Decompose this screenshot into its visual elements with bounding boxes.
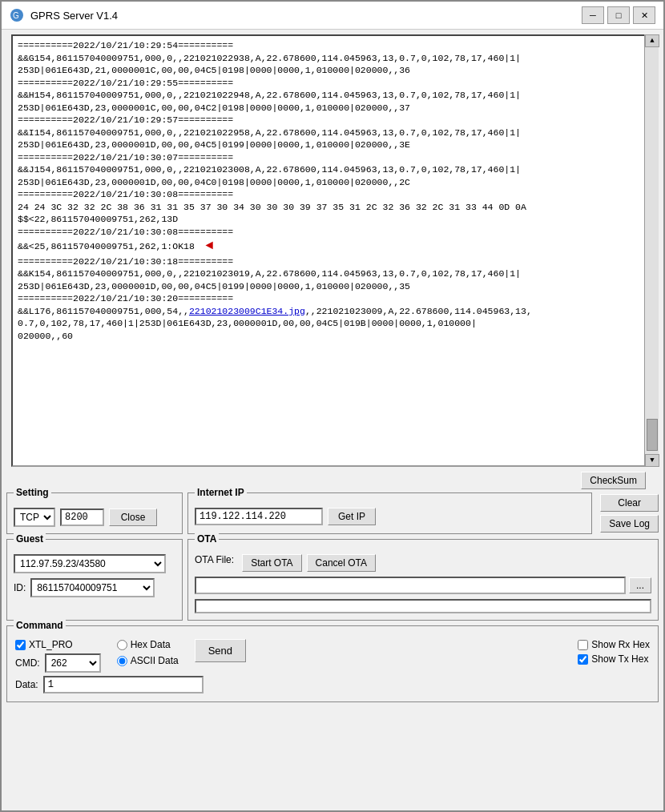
guest-label: Guest [14, 533, 46, 545]
cancel-ota-button[interactable]: Cancel OTA [307, 554, 376, 572]
log-line: ==========2022/10/21/10:29:55========== [18, 77, 647, 90]
ascii-data-row: ASCII Data [117, 655, 179, 666]
log-line: ==========2022/10/21/10:30:07========== [18, 151, 647, 164]
log-line: &&K154,861157040009751,000,0,,2210210230… [18, 267, 647, 280]
cmd-mid: Hex Data ASCII Data [117, 639, 179, 666]
id-label: ID: [14, 582, 26, 593]
guest-select[interactable]: 112.97.59.23/43580 [14, 554, 166, 573]
show-tx-hex-row: Show Tx Hex [578, 653, 650, 665]
command-inner: XTL_PRO CMD: 262 Hex Data ASCII Data [15, 639, 650, 673]
internet-label: Internet IP [195, 487, 247, 498]
ota-progress-bar [195, 599, 651, 613]
ota-panel: OTA OTA File: Start OTA Cancel OTA ... [187, 539, 659, 621]
internet-inner: Get IP [195, 508, 585, 525]
app-icon: G [10, 8, 24, 22]
data-input[interactable] [43, 676, 204, 693]
send-area: Send [195, 639, 246, 662]
scroll-down-arrow[interactable]: ▼ [645, 454, 659, 467]
ascii-data-label: ASCII Data [131, 655, 179, 666]
data-label: Data: [15, 679, 38, 690]
ota-file-input[interactable] [195, 577, 626, 594]
setting-panel: Setting TCP Close [6, 492, 183, 534]
id-select[interactable]: 861157040009751 [30, 578, 155, 597]
start-ota-button[interactable]: Start OTA [242, 554, 301, 572]
command-label: Command [14, 620, 66, 631]
window-title: GPRS Server V1.4 [30, 10, 118, 22]
log-line: &&G154,861157040009751,000,0,,2210210229… [18, 52, 647, 65]
log-line: 253D|061E643D,23,0000001C,00,00,04C2|019… [18, 102, 647, 115]
main-window: G GPRS Server V1.4 ─ □ ✕ ==========2022/… [0, 0, 665, 812]
hex-data-radio[interactable] [117, 640, 127, 650]
browse-button[interactable]: ... [629, 577, 651, 593]
log-line: $$<22,861157040009751,262,13D [18, 213, 647, 226]
log-line: ==========2022/10/21/10:29:57========== [18, 114, 647, 127]
checksum-row: CheckSum [2, 472, 663, 489]
data-row: Data: [15, 676, 650, 693]
show-tx-hex-checkbox[interactable] [578, 654, 588, 665]
log-line: 24 24 3C 32 32 2C 38 36 31 31 35 37 30 3… [18, 201, 647, 214]
show-rx-hex-checkbox[interactable] [578, 640, 588, 650]
show-tx-hex-label: Show Tx Hex [591, 653, 648, 665]
get-ip-button[interactable]: Get IP [328, 508, 376, 525]
title-bar-left: G GPRS Server V1.4 [10, 8, 118, 22]
port-input[interactable] [60, 509, 104, 526]
xtl-pro-checkbox[interactable] [15, 640, 26, 650]
log-line: ==========2022/10/21/10:30:20========== [18, 292, 647, 305]
cmd-label: CMD: [15, 657, 40, 669]
ota-file-row: ... [195, 577, 651, 594]
log-line: &&J154,861157040009751,000,0,,2210210230… [18, 163, 647, 176]
save-log-button[interactable]: Save Log [600, 515, 659, 533]
minimize-button[interactable]: ─ [582, 6, 604, 24]
cmd-select[interactable]: 262 [45, 653, 101, 673]
log-link: 221021023009C1E34.jpg [189, 306, 305, 316]
internet-panel: Internet IP Get IP [187, 492, 592, 534]
log-line: 253D|061E643D,23,0000001D,00,00,04C5|019… [18, 139, 647, 151]
log-line: &&H154,861157040009751,000,0,,2210210229… [18, 89, 647, 102]
guest-dropdown-row: 112.97.59.23/43580 [14, 554, 175, 573]
clear-button[interactable]: Clear [600, 494, 659, 512]
log-line: ==========2022/10/21/10:29:54========== [18, 39, 647, 52]
scroll-up-arrow[interactable]: ▲ [645, 34, 659, 47]
ascii-data-radio[interactable] [117, 656, 127, 666]
cmd-row: CMD: 262 [15, 653, 101, 673]
show-rx-hex-label: Show Rx Hex [591, 639, 650, 650]
close-connection-button[interactable]: Close [109, 509, 157, 526]
ota-btns-row: OTA File: Start OTA Cancel OTA [195, 554, 651, 572]
scrollbar[interactable]: ▲ ▼ [644, 34, 659, 467]
guest-panel: Guest 112.97.59.23/43580 ID: 86115704000… [6, 539, 183, 621]
setting-inner: TCP Close [14, 508, 175, 527]
log-line: ==========2022/10/21/10:30:08========== [18, 226, 647, 239]
log-ok-line: &&<25,861157040009751,262,1:OK18 [18, 240, 195, 253]
protocol-select[interactable]: TCP [14, 508, 55, 527]
log-line: 253D|061E643D,23,0000001D,00,00,04C5|019… [18, 280, 647, 293]
show-rx-hex-row: Show Rx Hex [578, 639, 650, 650]
xtl-pro-label: XTL_PRO [29, 639, 73, 650]
maximize-button[interactable]: □ [607, 6, 630, 24]
log-area: ==========2022/10/21/10:29:54==========&… [11, 34, 654, 467]
xtl-pro-row: XTL_PRO [15, 639, 101, 650]
log-line: 020000,,60 [18, 330, 647, 343]
setting-internet-row: Setting TCP Close Internet IP Get IP Cle… [2, 492, 663, 539]
scroll-thumb[interactable] [647, 419, 658, 451]
guest-ota-row: Guest 112.97.59.23/43580 ID: 86115704000… [2, 539, 663, 625]
ip-input[interactable] [195, 508, 323, 525]
cmd-left: XTL_PRO CMD: 262 [15, 639, 101, 673]
ota-file-prefix-label: OTA File: [195, 554, 234, 572]
guest-inner: 112.97.59.23/43580 ID: 861157040009751 [14, 554, 175, 597]
hex-data-row: Hex Data [117, 639, 179, 650]
svg-text:G: G [13, 11, 19, 20]
close-button[interactable]: ✕ [633, 6, 655, 24]
hex-data-label: Hex Data [131, 639, 171, 650]
checksum-button[interactable]: CheckSum [581, 472, 646, 489]
title-bar: G GPRS Server V1.4 ─ □ ✕ [2, 2, 663, 30]
log-line: &&<25,861157040009751,262,1:OK18 ◄ [18, 238, 647, 255]
clear-save-col: Clear Save Log [600, 492, 659, 534]
id-row: ID: 861157040009751 [14, 578, 175, 597]
ok-arrow: ◄ [198, 238, 213, 255]
command-panel: Command XTL_PRO CMD: 262 Hex [6, 625, 659, 702]
send-button[interactable]: Send [195, 639, 246, 662]
title-controls: ─ □ ✕ [582, 6, 655, 24]
log-line: ==========2022/10/21/10:30:18========== [18, 255, 647, 268]
log-line: &&L176,861157040009751,000,54,,221021023… [18, 305, 647, 318]
cmd-right: Show Rx Hex Show Tx Hex [578, 639, 650, 665]
